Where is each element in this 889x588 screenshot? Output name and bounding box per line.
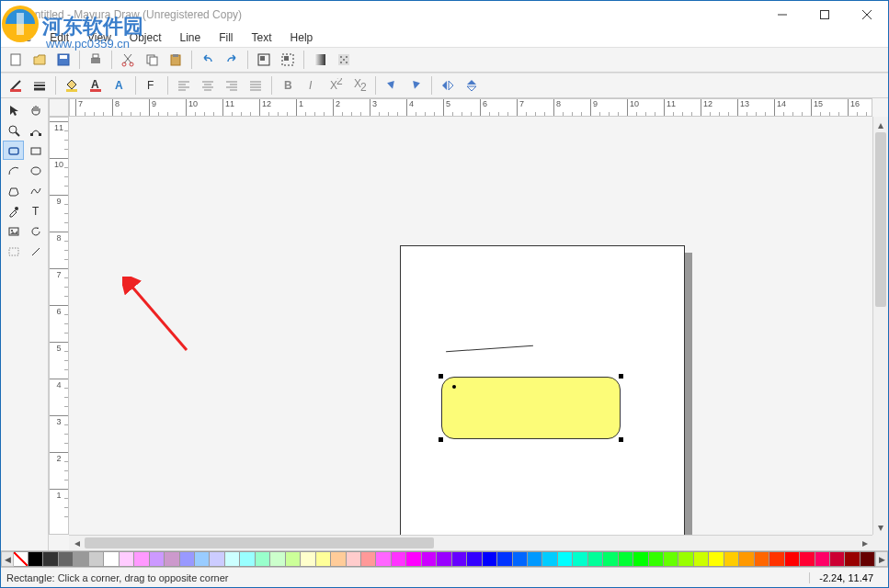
color-swatch[interactable] [392,551,406,567]
color-swatch[interactable] [150,551,165,567]
align-center-button[interactable] [197,75,219,96]
font-button[interactable]: F [141,75,163,96]
menu-edit[interactable]: Edit [42,29,76,46]
close-button[interactable] [846,1,888,28]
color-swatch[interactable] [664,551,678,567]
italic-button[interactable]: I [301,75,323,96]
color-swatch[interactable] [558,551,573,567]
print-button[interactable] [85,50,107,70]
menu-fill[interactable]: Fill [211,29,240,46]
horizontal-ruler[interactable]: 78910111212345678910111213141516 [69,98,872,117]
save-button[interactable] [52,50,74,70]
minimize-button[interactable] [761,1,804,28]
bold-button[interactable]: B [277,75,299,96]
line-tool[interactable] [25,242,46,261]
color-swatch[interactable] [619,551,633,567]
color-swatch[interactable] [769,551,784,567]
color-swatch[interactable] [28,551,43,567]
color-swatch[interactable] [165,551,179,567]
color-swatch[interactable] [633,551,648,567]
resize-handle[interactable] [619,437,623,442]
flip-h-button[interactable] [437,75,459,96]
palette-scroll-right[interactable]: ▶ [875,551,888,567]
ellipse-tool[interactable] [25,161,46,180]
color-swatch[interactable] [739,551,754,567]
color-swatch[interactable] [74,551,88,567]
color-swatch[interactable] [376,551,391,567]
color-swatch[interactable] [210,551,224,567]
color-swatch[interactable] [800,551,815,567]
color-swatch[interactable] [104,551,119,567]
scroll-right-icon[interactable]: ▸ [857,536,872,550]
resize-handle[interactable] [439,374,443,379]
open-button[interactable] [28,50,51,70]
ungroup-button[interactable] [277,50,299,70]
color-swatch[interactable] [588,551,603,567]
color-swatch[interactable] [361,551,376,567]
vertical-ruler[interactable]: 1110987654321 [49,117,69,535]
hand-tool[interactable] [25,100,46,119]
color-swatch[interactable] [316,551,331,567]
color-swatch[interactable] [301,551,315,567]
rect-tool[interactable] [25,141,46,160]
menu-text[interactable]: Text [245,29,279,46]
image-tool[interactable] [3,221,24,241]
color-swatch[interactable] [180,551,195,567]
palette-scroll-left[interactable]: ◀ [1,551,14,567]
color-swatch[interactable] [603,551,618,567]
corner-radius-handle[interactable] [452,385,456,389]
node-tool[interactable] [25,120,46,140]
arc-tool[interactable] [3,161,24,180]
color-swatch[interactable] [845,551,860,567]
color-swatch[interactable] [406,551,421,567]
rounded-rect-tool[interactable] [3,141,24,160]
color-swatch[interactable] [785,551,800,567]
color-swatch[interactable] [270,551,285,567]
rotate-right-button[interactable] [405,75,427,96]
undo-button[interactable] [197,50,219,70]
align-left-button[interactable] [173,75,195,96]
color-swatch[interactable] [724,551,739,567]
color-swatch[interactable] [513,551,528,567]
menu-help[interactable]: Help [283,29,321,46]
group-button[interactable] [253,50,275,70]
color-swatch[interactable] [483,551,497,567]
color-swatch[interactable] [649,551,664,567]
fill-color-button[interactable] [61,75,83,96]
text-color-button[interactable]: A [85,75,107,96]
cut-button[interactable] [117,50,139,70]
pattern-button[interactable] [333,50,355,70]
color-swatch[interactable] [573,551,587,567]
color-swatch[interactable] [347,551,361,567]
new-button[interactable] [5,50,27,70]
scroll-up-icon[interactable]: ▴ [873,117,888,132]
color-swatch[interactable] [694,551,709,567]
color-swatch[interactable] [497,551,512,567]
eyedropper-tool[interactable] [3,201,24,220]
scroll-thumb[interactable] [85,537,434,548]
curve-tool[interactable] [25,181,46,200]
resize-handle[interactable] [439,437,443,442]
color-swatch[interactable] [452,551,467,567]
align-right-button[interactable] [221,75,243,96]
gradient-button[interactable] [309,50,331,70]
select-tool[interactable] [3,100,24,119]
menu-object[interactable]: Object [122,29,169,46]
color-swatch[interactable] [830,551,845,567]
paste-button[interactable] [165,50,187,70]
color-swatch[interactable] [709,551,724,567]
color-swatch[interactable] [89,551,104,567]
scroll-down-icon[interactable]: ▾ [873,519,888,535]
ruler-corner[interactable] [49,98,69,117]
color-swatch[interactable] [678,551,693,567]
menu-line[interactable]: Line [173,29,209,46]
color-swatch[interactable] [331,551,346,567]
bucket-tool[interactable] [3,242,24,261]
rotate-left-button[interactable] [381,75,403,96]
line-color-button[interactable] [5,75,27,96]
menu-file[interactable]: File [6,29,39,46]
align-justify-button[interactable] [245,75,267,96]
canvas[interactable] [69,117,872,535]
color-swatch[interactable] [861,551,875,567]
color-swatch[interactable] [437,551,451,567]
